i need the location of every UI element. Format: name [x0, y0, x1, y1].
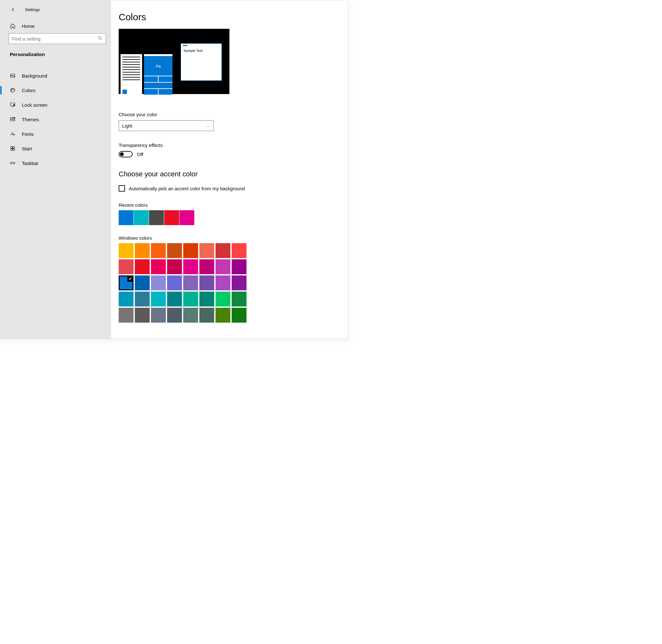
svg-rect-11 [11, 149, 13, 151]
windows-color-swatch[interactable] [135, 292, 150, 306]
recent-color-swatch[interactable] [119, 210, 134, 225]
windows-color-swatch[interactable] [151, 243, 166, 258]
sidebar-item-colors[interactable]: Colors [0, 83, 111, 97]
svg-point-0 [98, 37, 101, 39]
windows-color-swatch[interactable] [167, 292, 182, 306]
windows-color-swatch[interactable] [199, 275, 214, 290]
home-label: Home [22, 23, 34, 29]
windows-color-swatch[interactable] [135, 243, 150, 258]
windows-color-swatch[interactable] [183, 308, 198, 323]
recent-color-swatch[interactable] [180, 210, 194, 225]
chevron-down-icon [206, 124, 210, 128]
windows-color-swatch[interactable] [151, 292, 166, 306]
home-icon [10, 23, 16, 29]
windows-color-swatch[interactable] [183, 259, 198, 274]
svg-rect-12 [13, 149, 15, 151]
checkmark-icon [128, 276, 132, 282]
windows-color-swatch[interactable] [199, 259, 214, 274]
windows-color-swatch[interactable] [232, 292, 246, 306]
auto-pick-checkbox[interactable] [119, 185, 125, 191]
svg-rect-10 [13, 146, 15, 148]
windows-color-swatch[interactable] [119, 275, 134, 290]
windows-colors-grid [119, 243, 340, 323]
back-arrow-icon [10, 7, 16, 13]
windows-color-swatch[interactable] [151, 275, 166, 290]
windows-color-swatch[interactable] [167, 308, 182, 323]
sidebar-item-background[interactable]: Background [0, 68, 111, 83]
windows-color-swatch[interactable] [232, 308, 246, 323]
windows-color-swatch[interactable] [119, 308, 134, 323]
recent-colors-row [119, 210, 340, 225]
windows-color-swatch[interactable] [135, 275, 150, 290]
windows-color-swatch[interactable] [119, 259, 134, 274]
sidebar-item-fonts[interactable]: Fonts [0, 127, 111, 141]
recent-color-swatch[interactable] [149, 210, 164, 225]
windows-color-swatch[interactable] [135, 308, 150, 323]
transparency-value: Off [137, 152, 143, 157]
windows-color-swatch[interactable] [232, 275, 246, 290]
transparency-label: Transparency effects [119, 142, 340, 148]
windows-color-swatch[interactable] [215, 259, 230, 274]
windows-color-swatch[interactable] [199, 308, 214, 323]
nav-item-label: Themes [22, 117, 39, 122]
windows-color-swatch[interactable] [119, 243, 134, 258]
color-mode-dropdown[interactable]: Light [119, 120, 214, 131]
windows-color-swatch[interactable] [183, 292, 198, 306]
nav-item-label: Taskbar [22, 161, 39, 166]
windows-color-swatch[interactable] [151, 308, 166, 323]
main-content: Colors Sample Text Aa [111, 0, 348, 339]
windows-color-swatch[interactable] [215, 292, 230, 306]
nav-icon [10, 160, 16, 166]
windows-color-swatch[interactable] [167, 259, 182, 274]
back-button[interactable] [10, 6, 17, 13]
preview-pane-list [121, 54, 142, 94]
nav-item-label: Lock screen [22, 102, 47, 108]
recent-color-swatch[interactable] [164, 210, 179, 225]
section-header: Personalization [0, 50, 111, 62]
windows-color-swatch[interactable] [215, 275, 230, 290]
page-title: Colors [119, 12, 340, 22]
windows-color-swatch[interactable] [215, 243, 230, 258]
windows-color-swatch[interactable] [215, 308, 230, 323]
color-preview: Sample Text Aa [119, 29, 230, 94]
windows-color-swatch[interactable] [199, 243, 214, 258]
transparency-toggle[interactable] [119, 151, 133, 157]
sidebar-item-home[interactable]: Home [0, 19, 111, 33]
svg-rect-13 [10, 162, 15, 164]
windows-color-swatch[interactable] [232, 259, 246, 274]
windows-color-swatch[interactable] [135, 259, 150, 274]
search-input[interactable] [12, 36, 98, 42]
nav-icon [10, 73, 16, 78]
windows-color-swatch[interactable] [199, 292, 214, 306]
nav-item-label: Background [22, 73, 47, 78]
windows-color-swatch[interactable] [232, 243, 246, 258]
windows-color-swatch[interactable] [167, 243, 182, 258]
sidebar-item-themes[interactable]: Themes [0, 112, 111, 127]
windows-color-swatch[interactable] [119, 292, 134, 306]
svg-point-2 [11, 90, 12, 91]
svg-point-3 [12, 89, 13, 90]
auto-pick-label: Automatically pick an accent color from … [129, 186, 245, 191]
nav-icon [10, 87, 16, 93]
windows-color-swatch[interactable] [151, 259, 166, 274]
sidebar-item-start[interactable]: Start [0, 141, 111, 156]
sidebar-item-lock-screen[interactable]: Lock screen [0, 97, 111, 112]
windows-color-swatch[interactable] [183, 243, 198, 258]
windows-color-swatch[interactable] [183, 275, 198, 290]
nav-list: BackgroundColorsLock screenThemesFontsSt… [0, 62, 111, 170]
search-input-wrap[interactable] [8, 33, 106, 44]
svg-rect-9 [11, 146, 13, 148]
nav-icon [10, 131, 16, 137]
sidebar-item-taskbar[interactable]: Taskbar [0, 156, 111, 170]
search-icon [98, 36, 102, 42]
preview-pane-tiles: Aa [144, 54, 172, 94]
recent-color-swatch[interactable] [134, 210, 149, 225]
color-mode-value: Light [122, 123, 133, 129]
windows-colors-label: Windows colors [119, 235, 340, 240]
recent-colors-label: Recent colors [119, 202, 340, 208]
nav-icon [10, 116, 16, 122]
preview-sample-text: Sample Text [181, 47, 221, 54]
titlebar: Settings [0, 3, 111, 19]
windows-color-swatch[interactable] [167, 275, 182, 290]
nav-icon [10, 102, 16, 108]
